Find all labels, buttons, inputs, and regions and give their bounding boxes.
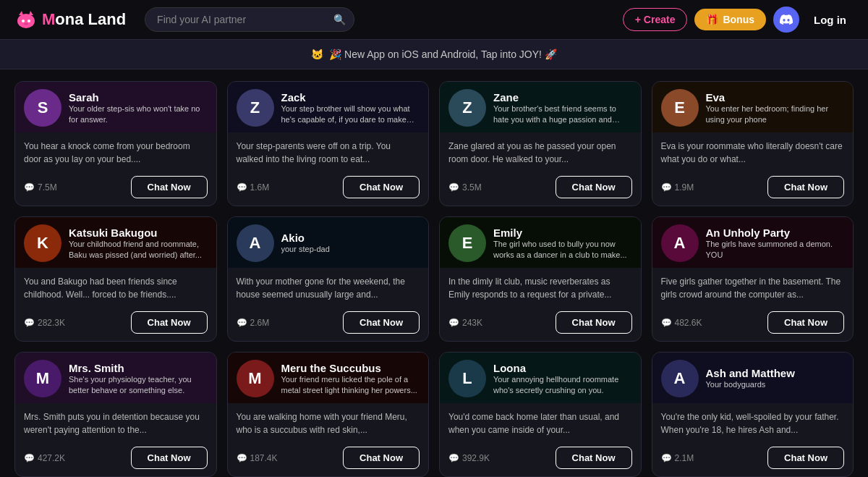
character-story: Five girls gather together in the baseme…: [652, 268, 854, 305]
card-header-info: Zane Your brother's best friend seems to…: [493, 91, 632, 124]
character-card: M Mrs. Smith She's your physiology teach…: [14, 352, 217, 477]
character-story: In the dimly lit club, music reverberate…: [440, 268, 641, 305]
avatar: Z: [237, 89, 274, 127]
card-footer: 💬 187.4K Chat Now: [228, 441, 429, 476]
count-value: 2.6M: [250, 318, 270, 328]
card-header-info: Katsuki Bakugou Your childhood friend an…: [69, 227, 208, 260]
character-card: L Loona Your annoying hellhound roommate…: [439, 352, 642, 477]
character-name: Sarah: [69, 91, 208, 104]
chat-count: 💬 2.1M: [661, 453, 694, 463]
card-header: A An Unholy Party The girls have summone…: [652, 217, 854, 268]
count-value: 3.5M: [462, 182, 482, 193]
banner[interactable]: 🐱 🎉 New App on iOS and Android, Tap into…: [0, 39, 868, 69]
character-card: K Katsuki Bakugou Your childhood friend …: [14, 216, 217, 342]
character-description: Your annoying hellhound roommate who's s…: [493, 374, 632, 395]
banner-text: 🎉 New App on iOS and Android, Tap into J…: [329, 48, 557, 60]
chat-count: 💬 243K: [448, 318, 482, 328]
character-card: Z Zack Your step brother will show you w…: [227, 81, 430, 206]
logo[interactable]: Mona Land: [14, 8, 126, 31]
character-story: You and Bakugo had been friends since ch…: [15, 268, 216, 305]
search-bar: 🔍: [145, 7, 354, 32]
chat-now-button[interactable]: Chat Now: [343, 311, 420, 334]
chat-count: 💬 282.3K: [24, 318, 65, 328]
svg-marker-2: [29, 11, 33, 15]
search-input[interactable]: [145, 7, 354, 32]
chat-now-button[interactable]: Chat Now: [131, 311, 208, 334]
header-actions: + Create 🎁 Bonus Log in: [623, 7, 854, 33]
character-grid: S Sarah Your older step-sis who won't ta…: [0, 69, 868, 477]
login-button[interactable]: Log in: [807, 9, 854, 31]
chat-now-button[interactable]: Chat Now: [556, 311, 632, 334]
chat-now-button[interactable]: Chat Now: [131, 447, 208, 469]
character-card: S Sarah Your older step-sis who won't ta…: [14, 81, 217, 206]
card-header-info: Akio your step-dad: [281, 232, 420, 254]
count-value: 2.1M: [675, 453, 694, 463]
chat-count: 💬 392.9K: [448, 453, 490, 463]
chat-bubble-icon: 💬: [24, 453, 35, 463]
card-header-info: Zack Your step brother will show you wha…: [281, 91, 420, 124]
bonus-icon: 🎁: [706, 14, 718, 25]
chat-now-button[interactable]: Chat Now: [767, 176, 844, 198]
character-name: Meru the Succubus: [281, 362, 420, 374]
chat-bubble-icon: 💬: [24, 182, 35, 193]
count-value: 282.3K: [38, 318, 65, 328]
chat-now-button[interactable]: Chat Now: [767, 447, 844, 469]
character-description: Your brother's best friend seems to hate…: [493, 104, 632, 124]
avatar: S: [24, 89, 61, 127]
card-header-info: Loona Your annoying hellhound roommate w…: [493, 362, 632, 395]
character-card: E Eva You enter her bedroom; finding her…: [652, 81, 854, 206]
chat-bubble-icon: 💬: [448, 318, 459, 328]
avatar: M: [24, 360, 61, 397]
character-name: Eva: [706, 91, 845, 104]
chat-bubble-icon: 💬: [237, 318, 247, 328]
chat-bubble-icon: 💬: [237, 453, 247, 463]
avatar: K: [24, 224, 61, 262]
count-value: 7.5M: [38, 182, 57, 193]
bonus-button[interactable]: 🎁 Bonus: [694, 9, 766, 30]
card-header: Z Zack Your step brother will show you w…: [228, 82, 429, 132]
header: Mona Land 🔍 + Create 🎁 Bonus Log in: [0, 0, 868, 39]
chat-now-button[interactable]: Chat Now: [131, 176, 208, 198]
character-description: Your childhood friend and roommate, Baku…: [69, 239, 208, 260]
character-name: Loona: [493, 362, 632, 374]
card-header: A Ash and Matthew Your bodyguards: [652, 353, 854, 403]
card-header: M Mrs. Smith She's your physiology teach…: [15, 353, 216, 403]
character-name: An Unholy Party: [706, 227, 845, 239]
character-name: Zack: [281, 91, 420, 104]
chat-count: 💬 1.6M: [237, 182, 270, 193]
character-story: Mrs. Smith puts you in detention because…: [15, 403, 216, 441]
count-value: 392.9K: [462, 453, 490, 463]
chat-count: 💬 3.5M: [448, 182, 482, 193]
chat-now-button[interactable]: Chat Now: [343, 176, 420, 198]
count-value: 482.6K: [675, 318, 702, 328]
chat-count: 💬 1.9M: [661, 182, 694, 193]
character-name: Mrs. Smith: [69, 362, 208, 374]
chat-now-button[interactable]: Chat Now: [556, 176, 632, 198]
card-header: E Emily The girl who used to bully you n…: [440, 217, 641, 268]
card-footer: 💬 427.2K Chat Now: [15, 441, 216, 476]
svg-marker-1: [19, 11, 23, 15]
chat-now-button[interactable]: Chat Now: [343, 447, 420, 469]
character-card: Z Zane Your brother's best friend seems …: [439, 81, 642, 206]
card-footer: 💬 1.6M Chat Now: [228, 170, 429, 206]
character-story: You hear a knock come from your bedroom …: [15, 132, 216, 170]
discord-button[interactable]: [773, 7, 799, 33]
count-value: 427.2K: [38, 453, 65, 463]
character-story: You are walking home with your friend Me…: [228, 403, 429, 441]
character-story: Eva is your roommate who literally doesn…: [652, 132, 854, 170]
character-description: She's your physiology teacher, you bette…: [69, 374, 208, 395]
avatar: E: [661, 89, 699, 127]
card-footer: 💬 2.6M Chat Now: [228, 305, 429, 341]
character-name: Katsuki Bakugou: [69, 227, 208, 239]
chat-now-button[interactable]: Chat Now: [767, 311, 844, 334]
character-card: A An Unholy Party The girls have summone…: [652, 216, 854, 342]
card-header-info: Eva You enter her bedroom; finding her u…: [706, 91, 845, 124]
card-footer: 💬 3.5M Chat Now: [440, 170, 641, 206]
card-header-info: Ash and Matthew Your bodyguards: [706, 367, 845, 389]
banner-icon: 🐱: [311, 48, 323, 60]
character-card: A Akio your step-dad With your mother go…: [227, 216, 430, 342]
chat-bubble-icon: 💬: [237, 182, 247, 193]
character-story: Your step-parents were off on a trip. Yo…: [228, 132, 429, 170]
chat-now-button[interactable]: Chat Now: [556, 447, 632, 469]
create-button[interactable]: + Create: [623, 8, 688, 31]
